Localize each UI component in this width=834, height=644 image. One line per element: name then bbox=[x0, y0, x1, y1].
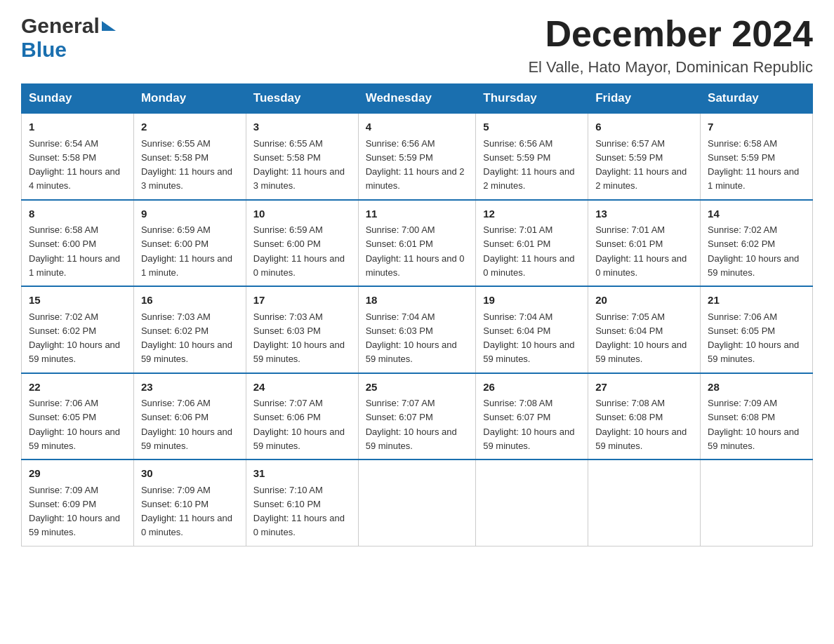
calendar-week-1: 1 Sunrise: 6:54 AMSunset: 5:58 PMDayligh… bbox=[22, 113, 813, 200]
day-number: 22 bbox=[29, 380, 126, 396]
calendar-table: Sunday Monday Tuesday Wednesday Thursday… bbox=[21, 83, 813, 546]
logo-general-text: General bbox=[21, 14, 100, 38]
calendar-cell: 30 Sunrise: 7:09 AMSunset: 6:10 PMDaylig… bbox=[133, 459, 246, 546]
calendar-cell: 16 Sunrise: 7:03 AMSunset: 6:02 PMDaylig… bbox=[133, 286, 246, 373]
calendar-cell: 25 Sunrise: 7:07 AMSunset: 6:07 PMDaylig… bbox=[358, 373, 476, 460]
day-number: 6 bbox=[595, 119, 693, 135]
day-number: 11 bbox=[366, 206, 469, 222]
calendar-cell: 12 Sunrise: 7:01 AMSunset: 6:01 PMDaylig… bbox=[476, 200, 588, 287]
day-info: Sunrise: 7:06 AMSunset: 6:05 PMDaylight:… bbox=[29, 398, 120, 451]
logo: General Blue bbox=[21, 14, 116, 62]
day-info: Sunrise: 7:06 AMSunset: 6:06 PMDaylight:… bbox=[141, 398, 232, 451]
calendar-cell: 27 Sunrise: 7:08 AMSunset: 6:08 PMDaylig… bbox=[588, 373, 701, 460]
calendar-cell bbox=[358, 459, 476, 546]
day-info: Sunrise: 7:10 AMSunset: 6:10 PMDaylight:… bbox=[253, 485, 345, 538]
calendar-cell: 22 Sunrise: 7:06 AMSunset: 6:05 PMDaylig… bbox=[22, 373, 134, 460]
calendar-week-5: 29 Sunrise: 7:09 AMSunset: 6:09 PMDaylig… bbox=[22, 459, 813, 546]
day-number: 20 bbox=[595, 293, 693, 309]
col-monday: Monday bbox=[133, 84, 246, 114]
day-info: Sunrise: 7:09 AMSunset: 6:09 PMDaylight:… bbox=[29, 485, 120, 538]
day-number: 10 bbox=[253, 206, 351, 222]
day-number: 15 bbox=[29, 293, 126, 309]
calendar-cell: 21 Sunrise: 7:06 AMSunset: 6:05 PMDaylig… bbox=[701, 286, 813, 373]
calendar-cell: 13 Sunrise: 7:01 AMSunset: 6:01 PMDaylig… bbox=[588, 200, 701, 287]
calendar-cell: 23 Sunrise: 7:06 AMSunset: 6:06 PMDaylig… bbox=[133, 373, 246, 460]
calendar-cell: 14 Sunrise: 7:02 AMSunset: 6:02 PMDaylig… bbox=[701, 200, 813, 287]
day-number: 27 bbox=[595, 380, 693, 396]
calendar-week-3: 15 Sunrise: 7:02 AMSunset: 6:02 PMDaylig… bbox=[22, 286, 813, 373]
day-info: Sunrise: 6:54 AMSunset: 5:58 PMDaylight:… bbox=[29, 138, 120, 192]
calendar-cell: 1 Sunrise: 6:54 AMSunset: 5:58 PMDayligh… bbox=[22, 113, 134, 200]
calendar-cell: 24 Sunrise: 7:07 AMSunset: 6:06 PMDaylig… bbox=[246, 373, 358, 460]
calendar-cell: 3 Sunrise: 6:55 AMSunset: 5:58 PMDayligh… bbox=[246, 113, 358, 200]
logo-blue-text: Blue bbox=[21, 38, 67, 62]
day-number: 18 bbox=[366, 293, 469, 309]
day-number: 23 bbox=[141, 380, 239, 396]
day-info: Sunrise: 6:59 AMSunset: 6:00 PMDaylight:… bbox=[253, 224, 345, 278]
day-number: 14 bbox=[708, 206, 805, 222]
calendar-cell: 4 Sunrise: 6:56 AMSunset: 5:59 PMDayligh… bbox=[358, 113, 476, 200]
calendar-cell bbox=[588, 459, 701, 546]
calendar-cell: 29 Sunrise: 7:09 AMSunset: 6:09 PMDaylig… bbox=[22, 459, 134, 546]
calendar-header: Sunday Monday Tuesday Wednesday Thursday… bbox=[22, 84, 813, 114]
calendar-week-2: 8 Sunrise: 6:58 AMSunset: 6:00 PMDayligh… bbox=[22, 200, 813, 287]
day-info: Sunrise: 7:01 AMSunset: 6:01 PMDaylight:… bbox=[595, 224, 687, 278]
day-info: Sunrise: 7:08 AMSunset: 6:07 PMDaylight:… bbox=[483, 398, 574, 451]
day-number: 31 bbox=[253, 466, 351, 482]
col-tuesday: Tuesday bbox=[246, 84, 358, 114]
day-number: 21 bbox=[708, 293, 805, 309]
col-saturday: Saturday bbox=[701, 84, 813, 114]
day-info: Sunrise: 7:04 AMSunset: 6:04 PMDaylight:… bbox=[483, 311, 574, 365]
calendar-cell: 5 Sunrise: 6:56 AMSunset: 5:59 PMDayligh… bbox=[476, 113, 588, 200]
day-number: 1 bbox=[29, 119, 126, 135]
calendar-cell: 19 Sunrise: 7:04 AMSunset: 6:04 PMDaylig… bbox=[476, 286, 588, 373]
day-number: 3 bbox=[253, 119, 351, 135]
day-info: Sunrise: 7:07 AMSunset: 6:06 PMDaylight:… bbox=[253, 398, 345, 451]
calendar-cell: 31 Sunrise: 7:10 AMSunset: 6:10 PMDaylig… bbox=[246, 459, 358, 546]
day-number: 24 bbox=[253, 380, 351, 396]
main-title: December 2024 bbox=[528, 14, 813, 54]
day-number: 12 bbox=[483, 206, 581, 222]
day-info: Sunrise: 6:59 AMSunset: 6:00 PMDaylight:… bbox=[141, 224, 232, 278]
day-info: Sunrise: 7:04 AMSunset: 6:03 PMDaylight:… bbox=[366, 311, 457, 365]
day-number: 4 bbox=[366, 119, 469, 135]
logo-arrow-icon bbox=[102, 21, 116, 31]
calendar-cell: 18 Sunrise: 7:04 AMSunset: 6:03 PMDaylig… bbox=[358, 286, 476, 373]
day-info: Sunrise: 7:00 AMSunset: 6:01 PMDaylight:… bbox=[366, 224, 465, 278]
day-info: Sunrise: 7:01 AMSunset: 6:01 PMDaylight:… bbox=[483, 224, 574, 278]
calendar-cell: 15 Sunrise: 7:02 AMSunset: 6:02 PMDaylig… bbox=[22, 286, 134, 373]
day-number: 7 bbox=[708, 119, 805, 135]
col-wednesday: Wednesday bbox=[358, 84, 476, 114]
col-friday: Friday bbox=[588, 84, 701, 114]
calendar-cell: 7 Sunrise: 6:58 AMSunset: 5:59 PMDayligh… bbox=[701, 113, 813, 200]
day-info: Sunrise: 6:56 AMSunset: 5:59 PMDaylight:… bbox=[483, 138, 574, 192]
day-info: Sunrise: 7:05 AMSunset: 6:04 PMDaylight:… bbox=[595, 311, 687, 365]
day-number: 30 bbox=[141, 466, 239, 482]
calendar-body: 1 Sunrise: 6:54 AMSunset: 5:58 PMDayligh… bbox=[22, 113, 813, 546]
day-info: Sunrise: 7:09 AMSunset: 6:08 PMDaylight:… bbox=[708, 398, 799, 451]
day-info: Sunrise: 6:57 AMSunset: 5:59 PMDaylight:… bbox=[595, 138, 687, 192]
day-number: 25 bbox=[366, 380, 469, 396]
day-number: 9 bbox=[141, 206, 239, 222]
calendar-cell: 6 Sunrise: 6:57 AMSunset: 5:59 PMDayligh… bbox=[588, 113, 701, 200]
day-info: Sunrise: 6:56 AMSunset: 5:59 PMDaylight:… bbox=[366, 138, 465, 192]
header-row: Sunday Monday Tuesday Wednesday Thursday… bbox=[22, 84, 813, 114]
day-info: Sunrise: 7:03 AMSunset: 6:02 PMDaylight:… bbox=[141, 311, 232, 365]
subtitle: El Valle, Hato Mayor, Dominican Republic bbox=[528, 58, 813, 76]
day-number: 26 bbox=[483, 380, 581, 396]
day-info: Sunrise: 7:02 AMSunset: 6:02 PMDaylight:… bbox=[29, 311, 120, 365]
calendar-cell: 10 Sunrise: 6:59 AMSunset: 6:00 PMDaylig… bbox=[246, 200, 358, 287]
calendar-cell bbox=[476, 459, 588, 546]
calendar-cell: 8 Sunrise: 6:58 AMSunset: 6:00 PMDayligh… bbox=[22, 200, 134, 287]
day-number: 17 bbox=[253, 293, 351, 309]
page-header: General Blue December 2024 El Valle, Hat… bbox=[21, 14, 813, 76]
calendar-week-4: 22 Sunrise: 7:06 AMSunset: 6:05 PMDaylig… bbox=[22, 373, 813, 460]
day-info: Sunrise: 7:08 AMSunset: 6:08 PMDaylight:… bbox=[595, 398, 687, 451]
day-number: 28 bbox=[708, 380, 805, 396]
day-number: 5 bbox=[483, 119, 581, 135]
day-info: Sunrise: 7:09 AMSunset: 6:10 PMDaylight:… bbox=[141, 485, 232, 538]
calendar-cell bbox=[701, 459, 813, 546]
day-info: Sunrise: 7:03 AMSunset: 6:03 PMDaylight:… bbox=[253, 311, 345, 365]
day-number: 16 bbox=[141, 293, 239, 309]
calendar-cell: 9 Sunrise: 6:59 AMSunset: 6:00 PMDayligh… bbox=[133, 200, 246, 287]
